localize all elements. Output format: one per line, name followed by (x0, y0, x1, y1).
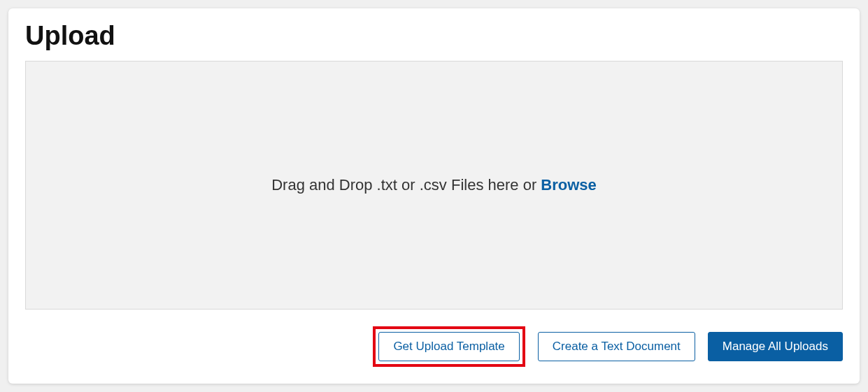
create-text-document-button[interactable]: Create a Text Document (538, 332, 695, 361)
highlight-box: Get Upload Template (373, 326, 525, 367)
dropzone-text: Drag and Drop .txt or .csv Files here or (271, 176, 541, 194)
dropzone-content: Drag and Drop .txt or .csv Files here or… (271, 176, 597, 194)
button-row: Get Upload Template Create a Text Docume… (25, 326, 843, 367)
browse-link[interactable]: Browse (541, 176, 596, 194)
upload-card: Upload Drag and Drop .txt or .csv Files … (8, 8, 860, 384)
page-title: Upload (25, 21, 843, 51)
get-upload-template-button[interactable]: Get Upload Template (378, 332, 519, 361)
file-dropzone[interactable]: Drag and Drop .txt or .csv Files here or… (25, 61, 843, 310)
manage-all-uploads-button[interactable]: Manage All Uploads (708, 332, 843, 361)
